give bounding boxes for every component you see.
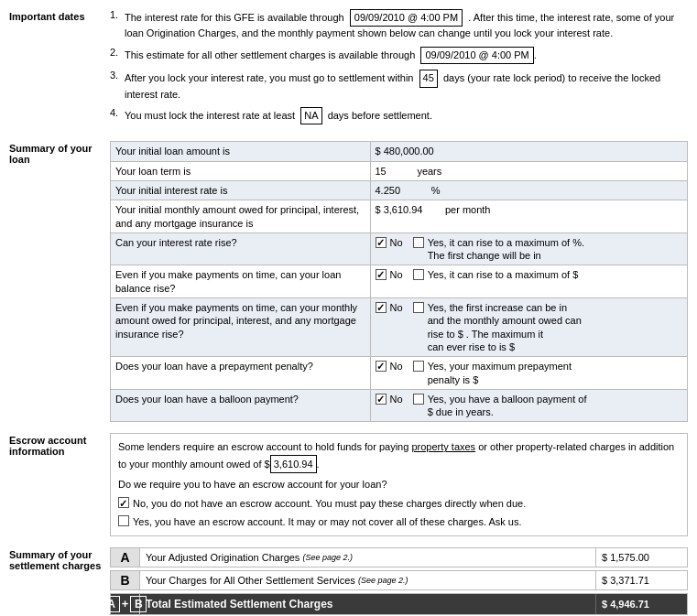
escrow-checkbox-yes[interactable] [118,515,129,526]
settlement-amount-b: $ 3,371.71 [595,571,687,589]
table-row: Even if you make payments on time, can y… [111,298,688,357]
escrow-para1: Some lenders require an escrow account t… [118,439,680,473]
row-7-label: Even if you make payments on time, can y… [111,298,371,357]
escrow-option1: No, you do not have an escrow account. Y… [118,496,680,512]
important-dates-label: Important dates [9,9,110,130]
date-2-text-after: . [534,49,537,60]
checkbox-no-6[interactable] [376,269,387,280]
checkbox-no-9[interactable] [376,394,387,405]
checkbox-no-5[interactable] [376,237,387,248]
checkbox-yes-7[interactable] [413,302,424,313]
table-row: Your initial loan amount is $ 480,000.00 [111,142,688,161]
escrow-para2: Do we require you to have an escrow acco… [118,477,680,492]
settlement-content: A Your Adjusted Origination Charges (See… [110,547,688,616]
row-4-value: $ 3,610.94 per month [370,200,688,233]
row-3-label: Your initial interest rate is [111,180,371,200]
escrow-checkbox-no[interactable] [118,497,129,508]
checkbox-yes-6[interactable] [413,269,424,280]
settlement-row-a: A Your Adjusted Origination Charges (See… [110,547,688,567]
row-7-value: No Yes, the first increase can be in and… [370,298,688,357]
table-row: Does your loan have a balloon payment? N… [111,389,688,422]
settlement-desc-b: Your Charges for All Other Settlement Se… [140,571,595,589]
settlement-amount-a: $ 1,575.00 [595,548,687,567]
row-2-value: 15 years [370,161,688,180]
row-1-value: $ 480,000.00 [370,142,688,161]
row-6-label: Even if you make payments on time, can y… [111,265,371,298]
settlement-total-letter: A + B [111,594,140,614]
date-4-text-before: You must lock the interest rate at least [125,110,295,121]
checkbox-yes-9[interactable] [413,394,424,405]
row-2-label: Your loan term is [111,161,371,180]
table-row: Can your interest rate rise? No Yes, it … [111,232,688,265]
settlement-label: Summary of your settlement charges [9,547,110,616]
settlement-letter-b: B [111,571,140,589]
row-5-value: No Yes, it can rise to a maximum of %. T… [370,232,688,265]
date-4-box: NA [300,107,321,124]
table-row: Your initial interest rate is 4.250 % [111,180,688,200]
important-dates-section: Important dates 1. The interest rate for… [9,9,688,130]
important-dates-content: 1. The interest rate for this GFE is ava… [110,9,688,130]
row-3-value: 4.250 % [370,180,688,200]
date-2-text-before: This estimate for all other settlement c… [125,49,415,60]
settlement-section: Summary of your settlement charges A You… [9,547,688,616]
row-8-label: Does your loan have a prepayment penalty… [111,357,371,390]
summary-loan-label: Summary of your loan [9,141,110,422]
checkbox-area-7: No Yes, the first increase can be in and… [376,301,683,353]
date-item-4: 4. You must lock the interest rate at le… [110,107,688,124]
escrow-section: Escrow account information Some lenders … [9,433,688,536]
checkbox-area-9: No Yes, you have a balloon payment of $ … [376,393,683,419]
escrow-inline-box: 3,610.94 [270,455,317,474]
settlement-total-row: A + B Total Estimated Settlement Charges… [110,593,688,615]
letter-a-outline: A [103,596,120,612]
checkbox-no-7[interactable] [376,302,387,313]
row-8-value: No Yes, your maximum prepayment penalty … [370,357,688,390]
checkbox-area-6: No Yes, it can rise to a maximum of $ [376,268,683,281]
checkbox-no-8[interactable] [376,361,387,372]
row-6-value: No Yes, it can rise to a maximum of $ [370,265,688,298]
table-row: Even if you make payments on time, can y… [111,265,688,298]
checkbox-area-8: No Yes, your maximum prepayment penalty … [376,360,683,386]
row-9-label: Does your loan have a balloon payment? [111,389,371,422]
checkbox-area-5: No Yes, it can rise to a maximum of %. T… [376,236,683,263]
escrow-label: Escrow account information [9,433,110,536]
checkbox-yes-8[interactable] [413,361,424,372]
settlement-letter-a: A [111,548,140,567]
table-row: Your initial monthly amount owed for pri… [111,200,688,233]
checkbox-yes-5[interactable] [413,237,424,248]
row-9-value: No Yes, you have a balloon payment of $ … [370,389,688,422]
date-item-2: 2. This estimate for all other settlemen… [110,47,688,64]
date-3-box: 45 [419,70,438,87]
settlement-total-amount: $ 4,946.71 [595,594,687,614]
dates-list: 1. The interest rate for this GFE is ava… [110,9,688,124]
date-4-text-after: days before settlement. [328,110,432,121]
settlement-total-desc: Total Estimated Settlement Charges [140,594,595,614]
summary-loan-section: Summary of your loan Your initial loan a… [9,141,688,422]
row-4-label: Your initial monthly amount owed for pri… [111,200,371,233]
date-1-box: 09/09/2010 @ 4:00 PM [350,9,463,27]
table-row: Your loan term is 15 years [111,161,688,180]
settlement-desc-a: Your Adjusted Origination Charges (See p… [140,548,595,567]
date-3-text-before: After you lock your interest rate, you m… [125,72,413,83]
loan-table: Your initial loan amount is $ 480,000.00… [110,141,688,422]
escrow-box: Some lenders require an escrow account t… [110,433,688,536]
settlement-row-b: B Your Charges for All Other Settlement … [110,570,688,590]
escrow-content: Some lenders require an escrow account t… [110,433,688,536]
date-item-3: 3. After you lock your interest rate, yo… [110,70,688,102]
summary-loan-content: Your initial loan amount is $ 480,000.00… [110,141,688,422]
row-5-label: Can your interest rate rise? [111,232,371,265]
escrow-option2: Yes, you have an escrow account. It may … [118,514,680,530]
table-row: Does your loan have a prepayment penalty… [111,357,688,390]
date-2-box: 09/09/2010 @ 4:00 PM [420,47,533,64]
date-item-1: 1. The interest rate for this GFE is ava… [110,9,688,41]
date-1-text-before: The interest rate for this GFE is availa… [125,12,344,23]
row-1-label: Your initial loan amount is [111,142,371,161]
